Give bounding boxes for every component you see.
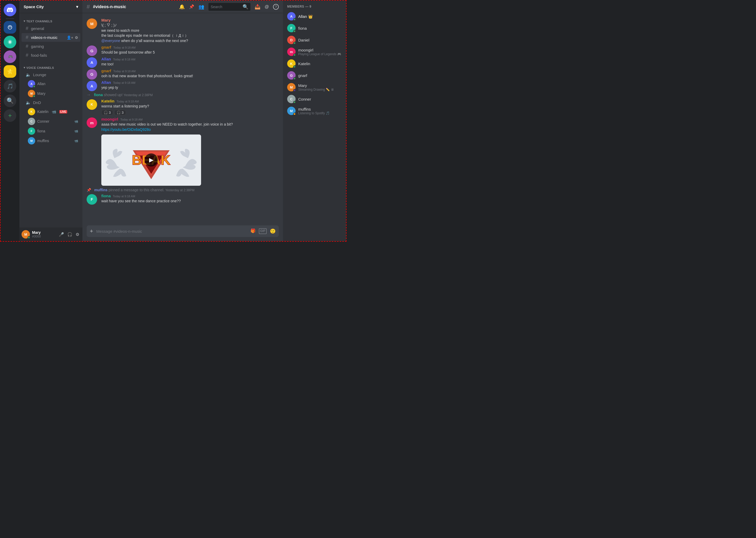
message-header: Allan Today at 9:18 AM [101,80,279,84]
message-author: Mary [101,18,111,22]
avatar-wrap: M [28,137,35,144]
system-time: Yesterday at 2:38PM [124,93,153,97]
voice-member-fiona[interactable]: F fiona 📹 [22,126,80,136]
pin-icon[interactable]: 📌 [189,4,194,9]
message-avatar: F [87,194,97,205]
channel-name: gaming [31,44,44,49]
member-name: Katelin [298,62,342,66]
channel-icons: 👤+ ⚙ [67,35,78,40]
voice-channel-dnd[interactable]: 🔈 DnD [22,98,80,107]
server-icon-space-city[interactable] [4,21,16,34]
crown-icon: 👑 [308,15,313,19]
avatar-wrap: M [28,90,35,97]
headphones-button[interactable]: 🎧 [66,231,73,238]
chevron-down-icon: ▾ [76,4,78,9]
mention-icon[interactable]: @ [264,4,269,9]
member-item-gnarf[interactable]: G gnarf [285,70,344,81]
server-icon-2[interactable] [4,36,16,48]
member-item-katelin[interactable]: K Katelin [285,58,344,69]
message-author: Katelin [101,99,115,103]
server-icon-5[interactable]: 🎵 [4,80,16,92]
channel-item-videos-n-music[interactable]: # videos-n-music 👤+ ⚙ [22,33,80,42]
user-settings-button[interactable]: ⚙ [74,231,80,238]
current-user-status-dot [27,236,30,239]
category-label: Text Channels [26,20,53,23]
messages-area: M Mary \( ; ▽ ; )ﾉ we need to watch more… [82,13,283,225]
voice-member-allan[interactable]: A Allan [22,79,80,88]
member-item-conner[interactable]: C Conner [285,93,344,105]
member-item-daniel[interactable]: D Daniel [285,34,344,46]
member-item-fiona[interactable]: F fiona [285,22,344,34]
members-icon[interactable]: 👥 [199,4,204,10]
message-time: Today at 9:18 AM [120,118,143,121]
play-button[interactable]: ▶ [145,153,158,167]
message-group: A Allan Today at 9:18 AM me too! [82,56,283,68]
svg-text:🎮: 🎮 [8,54,13,59]
member-item-muffins[interactable]: M muffins Listening to Spotify 🎵 [285,105,344,117]
search-input[interactable] [211,5,241,9]
voice-member-katelin[interactable]: K Katelin 📹 LIVE [22,107,80,116]
voice-channel-lounge[interactable]: 🔈 Lounge [22,71,80,79]
add-member-icon[interactable]: 👤+ [67,35,73,40]
member-name: muffins [37,139,49,143]
gift-icon[interactable]: 🎁 [251,228,256,234]
member-name-wrap: muffins Listening to Spotify 🎵 [298,107,342,115]
discord-home-button[interactable] [4,4,16,16]
message-group: F fiona Today at 9:18 AM wait have you s… [82,193,283,204]
member-item-allan[interactable]: A Allan 👑 [285,11,344,22]
channel-item-food-fails[interactable]: # food-fails [22,51,80,60]
channel-list: ▾ Text Channels # general # videos-n-mus… [20,13,82,228]
server-header[interactable]: Space City ▾ [20,1,82,13]
avatar: F [28,128,35,135]
video-embed[interactable]: BEAK ▶ [101,134,201,186]
message-header: gnarf Today at 9:18 AM [101,45,279,49]
avatar-wrap: C [28,118,35,125]
sidebar: Space City ▾ ▾ Text Channels # general #… [20,1,82,241]
text-channels-category[interactable]: ▾ Text Channels [20,15,82,24]
member-name: moongirl [298,48,342,52]
reaction[interactable]: 🎧 3 [114,110,126,115]
help-icon[interactable]: ? [273,4,279,10]
add-file-button[interactable]: + [90,228,93,235]
settings-icon[interactable]: ⚙ [75,35,78,40]
message-group: m moongirl Today at 9:18 AM aaaa their n… [82,116,283,186]
status-dot [293,101,296,103]
status-dot [293,77,296,80]
voice-member-muffins[interactable]: M muffins 📹 [22,136,80,145]
message-avatar: A [87,81,97,91]
channel-item-gaming[interactable]: # gaming [22,42,80,51]
search-icon: 🔍 [243,4,248,10]
voice-channel-name: Lounge [33,73,46,77]
voice-channels-category[interactable]: ▾ Voice Channels [20,62,82,71]
message-content: me too! [101,62,279,67]
message-time: Today at 9:18 AM [113,81,135,84]
emoji-button[interactable]: 🙂 [270,228,276,234]
server-icon-4[interactable]: 🌟 [4,65,16,78]
gif-button[interactable]: GIF [259,228,267,234]
member-item-mary[interactable]: M Mary Streaming Drawing ✏️ 🖥 [285,81,344,93]
message-input[interactable] [96,227,247,236]
message-group: G gnarf Today at 9:18 AM ooh is that new… [82,68,283,79]
add-server-button[interactable]: + [4,109,16,122]
channel-item-general[interactable]: # general [22,24,80,33]
video-link[interactable]: https://youtu.be/OiDx6aQ928o [101,128,151,132]
status-dot [293,54,296,56]
member-name-wrap: fiona [298,26,342,30]
member-item-moongirl[interactable]: m moongirl Playing League of Legends 🎮 [285,46,344,58]
server-icon-3[interactable]: 🎮 [4,50,16,63]
avatar: C [28,118,35,125]
avatar: K [28,108,35,115]
system-action: showed up! [104,93,124,97]
voice-member-mary[interactable]: M Mary [22,89,80,98]
search-box[interactable]: 🔍 [209,3,251,11]
status-dot [293,42,296,44]
message-avatar: G [87,45,97,56]
member-name: fiona [37,129,45,133]
explore-servers-button[interactable]: 🔍 [4,94,16,107]
bell-icon[interactable]: 🔔 [179,4,185,10]
voice-member-conner[interactable]: C Conner 📹 [22,117,80,126]
mic-button[interactable]: 🎤 [58,231,65,238]
inbox-icon[interactable]: 📥 [255,4,260,10]
pin-author[interactable]: muffins [94,188,108,192]
reaction[interactable]: 🎧 3 [101,110,113,115]
